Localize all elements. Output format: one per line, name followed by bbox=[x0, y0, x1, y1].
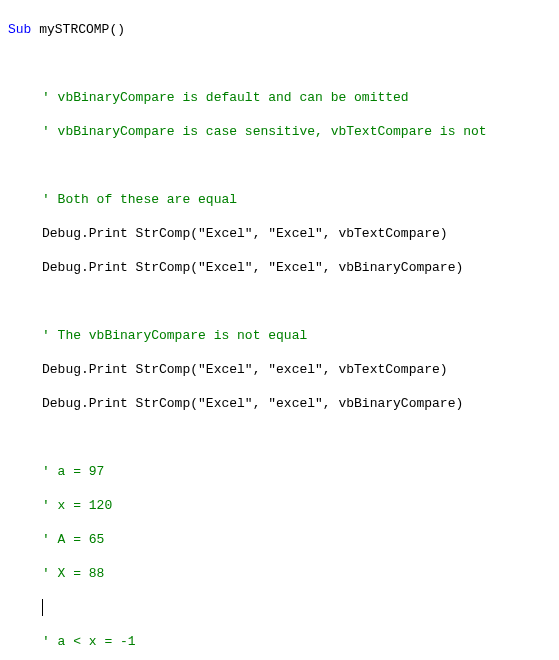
comment-line: ' A = 65 bbox=[8, 531, 551, 548]
blank-line bbox=[8, 429, 551, 446]
blank-line bbox=[8, 157, 551, 174]
comment-line: ' a = 97 bbox=[8, 463, 551, 480]
comment-line: ' Both of these are equal bbox=[8, 191, 551, 208]
comment-line: ' vbBinaryCompare is default and can be … bbox=[8, 89, 551, 106]
comment-line: ' X = 88 bbox=[8, 565, 551, 582]
blank-line bbox=[8, 293, 551, 310]
sub-name: mySTRCOMP() bbox=[31, 22, 125, 37]
keyword-sub: Sub bbox=[8, 22, 31, 37]
text-cursor bbox=[42, 599, 551, 616]
code-line: Debug.Print StrComp("Excel", "excel", vb… bbox=[8, 361, 551, 378]
comment-line: ' x = 120 bbox=[8, 497, 551, 514]
blank-line bbox=[8, 55, 551, 72]
comment-line: ' vbBinaryCompare is case sensitive, vbT… bbox=[8, 123, 551, 140]
code-line: Debug.Print StrComp("Excel", "excel", vb… bbox=[8, 395, 551, 412]
code-line: Debug.Print StrComp("Excel", "Excel", vb… bbox=[8, 225, 551, 242]
comment-line: ' The vbBinaryCompare is not equal bbox=[8, 327, 551, 344]
comment-line: ' a < x = -1 bbox=[8, 633, 551, 650]
code-line: Debug.Print StrComp("Excel", "Excel", vb… bbox=[8, 259, 551, 276]
vba-code-editor[interactable]: Sub mySTRCOMP() ' vbBinaryCompare is def… bbox=[0, 0, 559, 660]
code-line: Sub mySTRCOMP() bbox=[8, 21, 551, 38]
